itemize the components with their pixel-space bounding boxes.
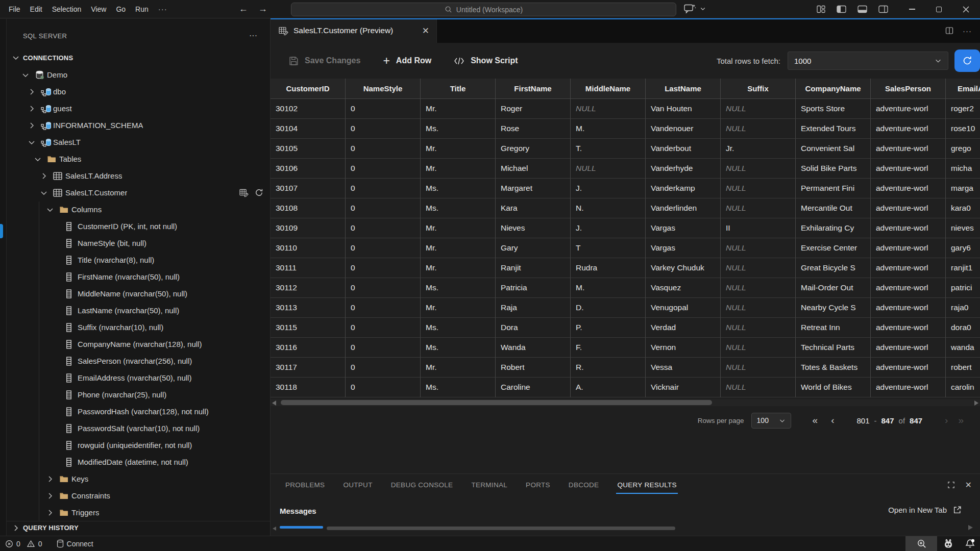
split-editor-icon[interactable] [945, 27, 953, 35]
messages-scrollbar-thumb[interactable] [327, 527, 675, 530]
grid-cell[interactable]: 30112 [271, 278, 346, 298]
column-header-firstname[interactable]: FirstName [496, 79, 571, 99]
grid-cell[interactable]: Totes & Baskets [796, 358, 871, 378]
grid-cell[interactable]: robert [946, 358, 980, 378]
grid-cell[interactable]: Vasquez [646, 278, 721, 298]
tree-item-middlename[interactable]: MiddleName (nvarchar(50), null) [0, 285, 271, 302]
grid-cell[interactable]: adventure-worl [871, 238, 946, 258]
grid-cell[interactable]: Technical Parts [796, 338, 871, 358]
grid-cell[interactable]: 0 [346, 318, 421, 338]
grid-cell[interactable]: M. [571, 278, 646, 298]
chevron-right-icon[interactable] [46, 509, 59, 517]
chevron-down-icon[interactable] [21, 71, 35, 79]
tree-item-title[interactable]: Title (nvarchar(8), null) [0, 252, 271, 268]
problems-status-item[interactable]: 0 0 [5, 540, 42, 548]
grid-cell[interactable]: II [721, 218, 796, 238]
panel-tab-debug-console[interactable]: DEBUG CONSOLE [391, 474, 453, 495]
chevron-right-icon[interactable] [28, 105, 41, 113]
scroll-left-icon[interactable] [273, 527, 276, 531]
grid-cell[interactable]: Exhilarating Cy [796, 218, 871, 238]
chevron-down-icon[interactable] [28, 138, 41, 146]
grid-cell[interactable]: 30102 [271, 99, 346, 119]
grid-cell[interactable]: adventure-worl [871, 139, 946, 159]
grid-cell[interactable]: 30118 [271, 378, 346, 397]
panel-tab-ports[interactable]: PORTS [526, 474, 550, 495]
rows-per-page-select[interactable]: 100 [751, 413, 791, 429]
maximize-panel-icon[interactable] [947, 481, 955, 489]
grid-cell[interactable]: 0 [346, 378, 421, 397]
tree-item-saleslt[interactable]: SalesLT [0, 134, 271, 151]
grid-cell[interactable]: Raja [496, 298, 571, 318]
chevron-down-icon[interactable] [40, 189, 53, 197]
tree-item-saleslt.address[interactable]: SalesLT.Address [0, 167, 271, 184]
grid-cell[interactable]: Exercise Center [796, 238, 871, 258]
grid-cell[interactable]: micha [946, 159, 980, 179]
grid-cell[interactable]: Ms. [421, 278, 496, 298]
tree-item-modifieddate[interactable]: ModifiedDate (datetime, not null) [0, 454, 271, 470]
grid-cell[interactable]: Varkey Chuduk [646, 258, 721, 278]
copilot-dropdown-chevron-icon[interactable] [700, 6, 706, 12]
save-changes-button[interactable]: Save Changes [289, 56, 360, 66]
grid-cell[interactable]: Mr. [421, 218, 496, 238]
grid-cell[interactable]: R. [571, 358, 646, 378]
grid-cell[interactable]: Great Bicycle S [796, 258, 871, 278]
chevron-right-icon[interactable] [28, 121, 41, 130]
column-header-namestyle[interactable]: NameStyle [346, 79, 421, 99]
grid-cell[interactable]: World of Bikes [796, 378, 871, 397]
grid-cell[interactable]: Ms. [421, 198, 496, 218]
grid-cell[interactable]: Vandenouer [646, 119, 721, 139]
chevron-right-icon[interactable] [46, 475, 59, 483]
rabbit-extension-icon[interactable] [937, 536, 960, 551]
edit-data-icon[interactable] [239, 189, 249, 197]
grid-cell[interactable]: Mail-Order Out [796, 278, 871, 298]
grid-cell[interactable]: Mr. [421, 99, 496, 119]
grid-cell[interactable]: Kara [496, 198, 571, 218]
grid-cell[interactable]: adventure-worl [871, 298, 946, 318]
grid-cell[interactable]: Gregory [496, 139, 571, 159]
grid-cell[interactable]: dora0 [946, 318, 980, 338]
grid-cell[interactable]: 0 [346, 338, 421, 358]
grid-cell[interactable]: adventure-worl [871, 278, 946, 298]
column-header-middlename[interactable]: MiddleName [571, 79, 646, 99]
tree-item-customerid[interactable]: CustomerID (PK, int, not null) [0, 218, 271, 235]
tree-item-demo[interactable]: Demo [0, 66, 271, 83]
column-header-companyname[interactable]: CompanyName [796, 79, 871, 99]
tree-item-guest[interactable]: guest [0, 100, 271, 117]
menu-view[interactable]: View [91, 5, 106, 13]
grid-cell[interactable]: adventure-worl [871, 119, 946, 139]
grid-cell[interactable]: Van Houten [646, 99, 721, 119]
panel-tab-output[interactable]: OUTPUT [343, 474, 372, 495]
tree-item-phone[interactable]: Phone (nvarchar(25), null) [0, 386, 271, 403]
toggle-primary-sidebar-icon[interactable] [837, 5, 846, 13]
grid-cell[interactable]: ranjit1 [946, 258, 980, 278]
grid-cell[interactable]: Retreat Inn [796, 318, 871, 338]
window-minimize-button[interactable] [898, 0, 925, 18]
grid-cell[interactable]: Vanderbout [646, 139, 721, 159]
tree-item-salesperson[interactable]: SalesPerson (nvarchar(256), null) [0, 353, 271, 369]
panel-tab-terminal[interactable]: TERMINAL [471, 474, 507, 495]
tree-item-saleslt.customer[interactable]: SalesLT.Customer [0, 184, 271, 201]
grid-cell[interactable]: Vanderhyde [646, 159, 721, 179]
grid-cell[interactable]: 0 [346, 218, 421, 238]
grid-cell[interactable]: Verdad [646, 318, 721, 338]
scrollbar-thumb[interactable] [281, 400, 712, 405]
close-panel-icon[interactable]: ✕ [965, 480, 972, 490]
grid-cell[interactable]: adventure-worl [871, 198, 946, 218]
messages-subtab[interactable]: Messages [280, 507, 316, 515]
window-maximize-button[interactable] [925, 0, 952, 18]
grid-cell[interactable]: Roger [496, 99, 571, 119]
grid-cell[interactable]: nieves [946, 218, 980, 238]
panel-tab-query-results[interactable]: QUERY RESULTS [617, 474, 676, 495]
grid-cell[interactable]: Mercantile Out [796, 198, 871, 218]
grid-cell[interactable]: grego [946, 139, 980, 159]
grid-cell[interactable]: 0 [346, 99, 421, 119]
query-history-section-header[interactable]: QUERY HISTORY [7, 521, 271, 534]
show-script-button[interactable]: Show Script [454, 56, 518, 65]
grid-cell[interactable]: adventure-worl [871, 179, 946, 198]
menu-go[interactable]: Go [116, 5, 126, 13]
grid-cell[interactable]: NULL [721, 238, 796, 258]
connect-status-item[interactable]: Connect [57, 539, 93, 548]
grid-cell[interactable]: patrici [946, 278, 980, 298]
tree-item-emailaddress[interactable]: EmailAddress (nvarchar(50), null) [0, 369, 271, 386]
grid-cell[interactable]: NULL [721, 318, 796, 338]
